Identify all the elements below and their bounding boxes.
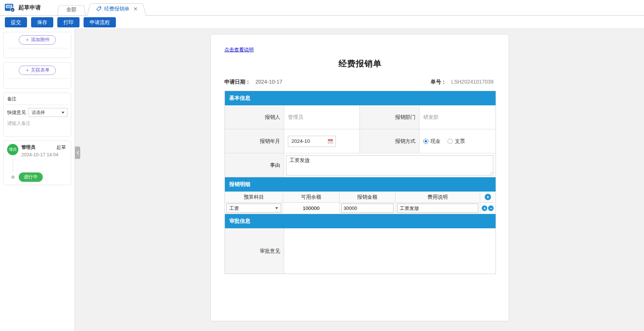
page-title: 起草申请 — [18, 4, 41, 11]
col-header-balance: 可用余额 — [283, 192, 339, 203]
form-document: 点击查看说明 经费报销单 申请日期： 2024-10-17 单号： LSH202… — [210, 34, 509, 321]
sidebar: ＋ 添加附件 ＋ 关联表单 备注 快捷意见 请选择 — [0, 29, 75, 331]
radio-cash-label: 现金 — [430, 138, 440, 145]
related-form-card: ＋ 关联表单 — [3, 62, 71, 88]
quick-opinion-value: 请选择 — [31, 109, 45, 116]
timeline-time: 2024-10-17 14:04 — [21, 152, 67, 157]
timeline-user: 管理员 — [21, 144, 36, 151]
reimburser-value: 管理员 — [284, 105, 360, 129]
calendar-icon[interactable] — [328, 139, 333, 144]
chevron-left-icon — [76, 151, 79, 155]
quick-opinion-label: 快捷意见 — [7, 109, 26, 116]
status-badge: 进行中 — [19, 172, 43, 182]
attachment-card: ＋ 添加附件 — [3, 32, 71, 58]
radio-cheque-label: 支票 — [455, 138, 465, 145]
timeline-connector — [13, 159, 67, 172]
tab-bar: 起草申请 全部 经费报销单 — [0, 0, 644, 16]
remarks-title: 备注 — [7, 96, 67, 105]
approval-opinion-label: 审批意见 — [225, 228, 285, 274]
add-row-header-icon[interactable]: + — [485, 194, 491, 200]
col-header-amount: 报销金额 — [340, 192, 395, 203]
tabs: 全部 经费报销单 — [57, 2, 148, 15]
timeline-action: 起草 — [57, 144, 66, 151]
reason-label: 事由 — [225, 153, 285, 177]
print-button[interactable]: 打印 — [57, 17, 79, 27]
expense-note-input[interactable] — [397, 204, 478, 213]
action-toolbar: 提交 保存 打印 申请流程 — [0, 16, 644, 29]
apply-date-label: 申请日期： — [225, 79, 251, 85]
remove-row-icon[interactable]: − — [488, 205, 494, 211]
available-balance-value: 100000 — [283, 203, 339, 214]
view-instructions-link[interactable]: 点击查看说明 — [225, 46, 254, 53]
radio-cash[interactable]: 现金 — [423, 138, 440, 145]
doc-no-value: LSH20241017039 — [451, 79, 494, 85]
method-label: 报销方式 — [360, 129, 419, 153]
avatar: 理员 — [7, 144, 18, 155]
submit-button[interactable]: 提交 — [5, 17, 27, 27]
tab-all[interactable]: 全部 — [57, 4, 85, 15]
add-row-icon[interactable]: + — [482, 205, 487, 211]
radio-unchecked-icon — [448, 139, 453, 144]
section-header-basic: 基本信息 — [225, 91, 496, 105]
workspace: ＋ 添加附件 ＋ 关联表单 备注 快捷意见 请选择 — [0, 29, 644, 331]
timeline-node-dot — [11, 175, 15, 179]
quick-opinion-select[interactable]: 请选择 — [28, 108, 67, 117]
page: 起草申请 全部 经费报销单 提交 保存 打印 — [0, 0, 644, 331]
flow-timeline-card: 理员 管理员 起草 2024-10-17 14:04 进行中 — [3, 141, 71, 185]
col-header-subject: 预算科目 — [225, 192, 283, 203]
tab-all-label: 全部 — [66, 6, 76, 13]
chevron-down-icon — [61, 112, 64, 114]
form-title: 经费报销单 — [225, 58, 496, 69]
reason-textarea[interactable]: 工资发放 — [286, 155, 493, 175]
tab-close-icon[interactable] — [134, 7, 137, 10]
department-label: 报销部门 — [360, 105, 419, 129]
save-button[interactable]: 保存 — [31, 17, 53, 27]
app-brand: 起草申请 — [4, 3, 41, 12]
budget-subject-select[interactable]: 工资 — [226, 204, 282, 213]
chevron-down-icon — [275, 207, 278, 209]
amount-input[interactable] — [341, 204, 394, 213]
section-header-approval: 审批信息 — [225, 214, 496, 228]
main-content: 点击查看说明 经费报销单 申请日期： 2024-10-17 单号： LSH202… — [75, 29, 644, 331]
link-form-button[interactable]: ＋ 关联表单 — [19, 66, 56, 75]
tab-expense-form-label: 经费报销单 — [104, 6, 130, 12]
department-value: 研发部 — [419, 105, 495, 129]
tag-icon — [96, 6, 102, 12]
col-header-note: 费用说明 — [395, 192, 480, 203]
radio-cheque[interactable]: 支票 — [448, 138, 465, 145]
reimburser-label: 报销人 — [225, 105, 285, 129]
add-attachment-button[interactable]: ＋ 添加附件 — [19, 35, 56, 45]
collapse-sidebar-handle[interactable] — [75, 147, 80, 159]
approval-opinion-value — [284, 228, 495, 274]
month-label: 报销年月 — [225, 129, 285, 153]
remarks-card: 备注 快捷意见 请选择 — [3, 93, 71, 136]
form-meta-row: 申请日期： 2024-10-17 单号： LSH20241017039 — [225, 79, 496, 85]
radio-checked-icon — [423, 139, 428, 144]
section-header-detail: 报销明细 — [225, 177, 496, 192]
detail-row-subject-cell: 工资 — [225, 203, 283, 214]
remark-input[interactable] — [7, 120, 67, 132]
doc-no-label: 单号： — [431, 79, 446, 85]
apply-date-value: 2024-10-17 — [255, 79, 282, 85]
draft-application-icon — [4, 3, 15, 12]
budget-subject-value: 工资 — [229, 205, 239, 212]
apply-flow-button[interactable]: 申请流程 — [84, 17, 116, 27]
tab-expense-form[interactable]: 经费报销单 — [87, 2, 146, 16]
expense-form-table: 基本信息 报销人 管理员 报销部门 研发部 报销年月 — [225, 91, 496, 274]
